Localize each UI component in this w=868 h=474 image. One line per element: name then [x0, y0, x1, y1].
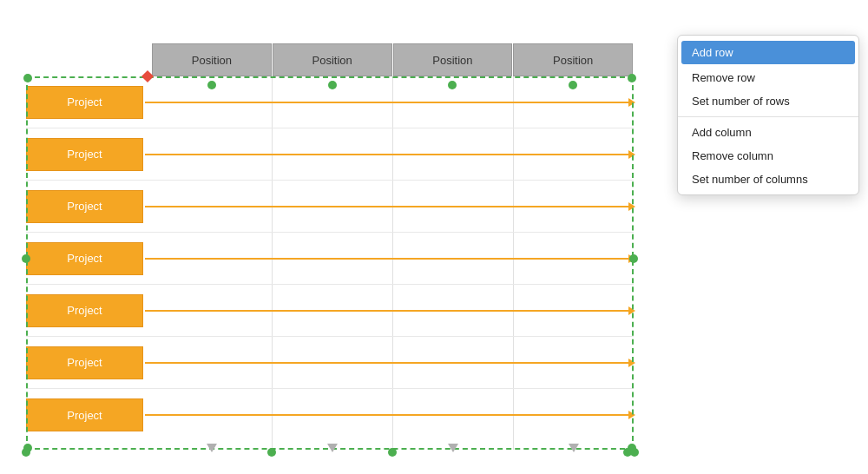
project-box-2[interactable]: Project: [26, 138, 143, 171]
position-box-2[interactable]: Position: [273, 43, 392, 76]
project-label-1: Project: [67, 95, 102, 109]
bottom-mid-handle-2[interactable]: [388, 448, 397, 457]
row-arrow-2: [628, 150, 635, 159]
position-label-2: Position: [312, 54, 352, 67]
bottom-left-handle[interactable]: [22, 448, 30, 457]
project-label-3: Project: [67, 200, 102, 213]
row-arrow-6: [628, 359, 635, 367]
project-label-4: Project: [67, 252, 102, 265]
row-arrow-3: [628, 202, 635, 211]
menu-item-set-columns[interactable]: Set number of columns: [678, 168, 858, 191]
project-box-4[interactable]: Project: [26, 242, 143, 275]
canvas: Position Position Position Position Proj…: [0, 0, 868, 474]
project-label-5: Project: [67, 304, 102, 317]
bottom-right-handle[interactable]: [630, 448, 639, 457]
project-box-6[interactable]: Project: [26, 346, 143, 379]
position-box-4[interactable]: Position: [513, 43, 633, 76]
position-label-3: Position: [432, 54, 472, 67]
row-line-5: [145, 310, 634, 312]
bottom-mid-handle-1[interactable]: [267, 448, 276, 457]
table-row: Project: [26, 337, 634, 389]
position-label-4: Position: [553, 54, 593, 67]
menu-item-add-column[interactable]: Add column: [678, 121, 858, 144]
project-box-7[interactable]: Project: [26, 398, 143, 431]
position-headers: Position Position Position Position: [152, 43, 634, 76]
row-arrow-5: [628, 306, 635, 315]
project-box-5[interactable]: Project: [26, 294, 143, 327]
position-box-1[interactable]: Position: [152, 43, 272, 76]
row-line-4: [145, 258, 634, 260]
row-line-3: [145, 206, 634, 207]
menu-item-add-row[interactable]: Add row: [681, 41, 855, 64]
table-row: Project: [26, 181, 634, 233]
project-label-2: Project: [67, 148, 102, 161]
project-box-3[interactable]: Project: [26, 190, 143, 223]
table-row: Project: [26, 389, 634, 441]
row-arrow-7: [628, 411, 635, 419]
row-line-1: [145, 102, 634, 103]
row-line-7: [145, 414, 634, 416]
row-line-6: [145, 362, 634, 364]
project-label-7: Project: [67, 409, 102, 422]
context-menu: Add row Remove row Set number of rows Ad…: [677, 35, 859, 195]
menu-divider: [678, 116, 858, 117]
table-row: Project: [26, 233, 634, 285]
bottom-arrow-3: [448, 444, 458, 452]
menu-item-remove-row[interactable]: Remove row: [678, 66, 858, 89]
project-label-6: Project: [67, 356, 102, 369]
right-mid-handle[interactable]: [629, 254, 638, 263]
project-box-1[interactable]: Project: [26, 86, 143, 119]
table-row: Project: [26, 76, 634, 128]
bottom-arrow-4: [569, 444, 579, 452]
table-row: Project: [26, 128, 634, 181]
bottom-arrow-2: [327, 444, 338, 452]
table-row: Project: [26, 285, 634, 337]
bottom-arrow-1: [207, 444, 217, 452]
row-arrow-1: [628, 98, 635, 107]
menu-item-set-rows[interactable]: Set number of rows: [678, 89, 858, 113]
menu-item-remove-column[interactable]: Remove column: [678, 144, 858, 168]
position-box-3[interactable]: Position: [393, 43, 513, 76]
position-label-1: Position: [192, 54, 232, 67]
rows-container: Project Project Project: [26, 76, 634, 441]
left-mid-handle[interactable]: [22, 254, 30, 263]
row-line-2: [145, 154, 634, 155]
